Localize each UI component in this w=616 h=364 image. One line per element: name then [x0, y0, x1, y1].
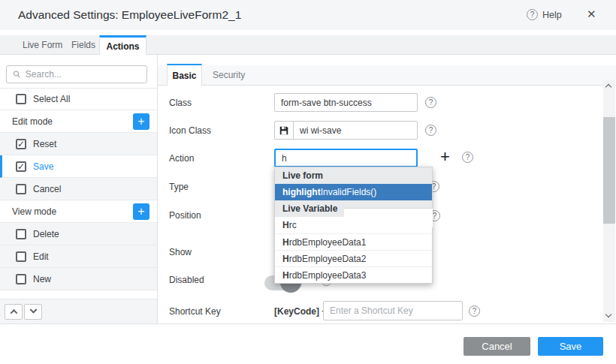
- new-label: New: [33, 274, 51, 284]
- panel-scrollbar[interactable]: [603, 80, 615, 322]
- option-match-text: H: [282, 237, 289, 248]
- icon-class-input-group[interactable]: [274, 121, 418, 140]
- option-match-text: highlight: [282, 187, 321, 197]
- tab-security[interactable]: Security: [213, 70, 245, 80]
- help-circle-icon: ?: [527, 9, 538, 20]
- edit-checkbox[interactable]: [16, 251, 26, 262]
- search-input[interactable]: [26, 69, 140, 80]
- icon-class-input[interactable]: [294, 122, 417, 139]
- move-down-button[interactable]: [24, 304, 42, 320]
- icon-class-field-label: Icon Class: [169, 125, 211, 136]
- action-field-label: Action: [169, 153, 194, 164]
- shortcut-help-icon[interactable]: ?: [469, 305, 480, 317]
- cancel-label: Cancel: [33, 184, 61, 194]
- sidebar-item-save[interactable]: Save: [0, 155, 157, 178]
- select-all-checkbox[interactable]: [16, 94, 26, 104]
- option-rest-text: rdbEmployeeData1: [289, 237, 367, 248]
- dialog-header: Advanced Settings: EmployeeLiveForm2_1 ?…: [0, 0, 616, 30]
- option-rest-text: InvalidFields(): [321, 187, 377, 197]
- save-label: Save: [33, 161, 53, 172]
- advanced-settings-dialog: Advanced Settings: EmployeeLiveForm2_1 ?…: [0, 0, 616, 364]
- option-rest-text: rc: [289, 220, 297, 230]
- type-field-label: Type: [169, 182, 189, 192]
- disabled-field-label: Disabled: [169, 275, 204, 285]
- move-up-button[interactable]: [5, 304, 23, 320]
- close-icon[interactable]: ✕: [587, 8, 596, 21]
- add-action-icon[interactable]: +: [440, 147, 450, 167]
- option-match-text: H: [282, 254, 289, 264]
- chevron-up-icon: [10, 309, 17, 317]
- cancel-checkbox[interactable]: [16, 184, 26, 194]
- sidebar-search[interactable]: [6, 65, 147, 83]
- edit-label: Edit: [33, 251, 49, 262]
- add-edit-action-button[interactable]: +: [133, 113, 149, 130]
- reorder-toolbar: [0, 299, 157, 323]
- select-all-row[interactable]: Select All: [0, 88, 157, 110]
- save-checkbox[interactable]: [16, 161, 26, 172]
- delete-checkbox[interactable]: [16, 229, 26, 239]
- reset-label: Reset: [33, 139, 56, 149]
- search-icon: [13, 70, 21, 79]
- shortcut-key-input[interactable]: [323, 301, 463, 320]
- class-help-icon[interactable]: ?: [425, 97, 436, 108]
- icon-class-help-icon[interactable]: ?: [425, 125, 436, 136]
- dropdown-option-hrdbemployeedata1[interactable]: HrdbEmployeeData1: [275, 233, 432, 250]
- dialog-title: Advanced Settings: EmployeeLiveForm2_1: [18, 8, 241, 22]
- sidebar-item-cancel[interactable]: Cancel: [0, 178, 157, 200]
- tab-basic[interactable]: Basic: [167, 64, 202, 86]
- action-input[interactable]: [274, 149, 418, 167]
- scroll-down-icon[interactable]: [606, 312, 611, 317]
- save-floppy-icon: [275, 122, 294, 139]
- scrollbar-thumb[interactable]: [603, 117, 615, 224]
- tab-fields[interactable]: Fields: [71, 40, 95, 50]
- dropdown-option-hrdbemployeedata2[interactable]: HrdbEmployeeData2: [275, 250, 432, 266]
- overlapping-input-artifact: [344, 208, 433, 227]
- help-label: Help: [542, 10, 562, 20]
- option-rest-text: rdbEmployeeData3: [289, 270, 367, 281]
- action-autocomplete-dropdown: Live form highlightInvalidFields() Live …: [274, 167, 433, 284]
- dialog-footer: Cancel Save: [0, 323, 616, 364]
- position-field-label: Position: [169, 210, 201, 221]
- delete-label: Delete: [33, 229, 59, 239]
- shortcut-key-field-label: Shortcut Key: [169, 306, 221, 317]
- dropdown-option-hrdbemployeedata3[interactable]: HrdbEmployeeData3: [275, 266, 432, 283]
- scroll-up-icon[interactable]: [606, 85, 611, 89]
- option-match-text: H: [282, 220, 289, 230]
- keycode-prefix-label: [KeyCode] +: [274, 306, 327, 317]
- sidebar-item-edit[interactable]: Edit: [0, 245, 157, 268]
- group-edit-mode: Edit mode +: [0, 110, 157, 133]
- main-tabbar: Live Form Fields Actions: [0, 35, 616, 55]
- chevron-down-icon: [29, 306, 37, 314]
- sidebar-item-reset[interactable]: Reset: [0, 133, 157, 155]
- option-rest-text: rdbEmployeeData2: [289, 254, 367, 264]
- sidebar-item-new[interactable]: New: [0, 268, 157, 290]
- dropdown-group-live-form: Live form: [275, 167, 432, 184]
- tab-actions[interactable]: Actions: [99, 35, 146, 56]
- option-match-text: H: [282, 270, 289, 281]
- group-edit-mode-label: Edit mode: [12, 116, 53, 127]
- show-field-label: Show: [169, 247, 192, 257]
- dropdown-option-highlightinvalidfields[interactable]: highlightInvalidFields(): [275, 184, 432, 200]
- new-checkbox[interactable]: [16, 274, 26, 284]
- reset-checkbox[interactable]: [16, 139, 26, 149]
- help-button[interactable]: ? Help: [527, 9, 562, 20]
- tab-live-form[interactable]: Live Form: [23, 40, 62, 50]
- select-all-label: Select All: [33, 94, 70, 104]
- sidebar-item-delete[interactable]: Delete: [0, 223, 157, 245]
- add-view-action-button[interactable]: +: [133, 203, 149, 220]
- group-view-mode-label: View mode: [12, 206, 56, 217]
- class-field-label: Class: [169, 98, 192, 108]
- class-input[interactable]: [274, 93, 418, 112]
- action-help-icon[interactable]: ?: [462, 152, 473, 163]
- cancel-button[interactable]: Cancel: [464, 337, 530, 356]
- group-view-mode: View mode +: [0, 200, 157, 223]
- actions-sidebar: Select All Edit mode + Reset Save Cancel…: [0, 55, 158, 323]
- save-button[interactable]: Save: [538, 337, 603, 356]
